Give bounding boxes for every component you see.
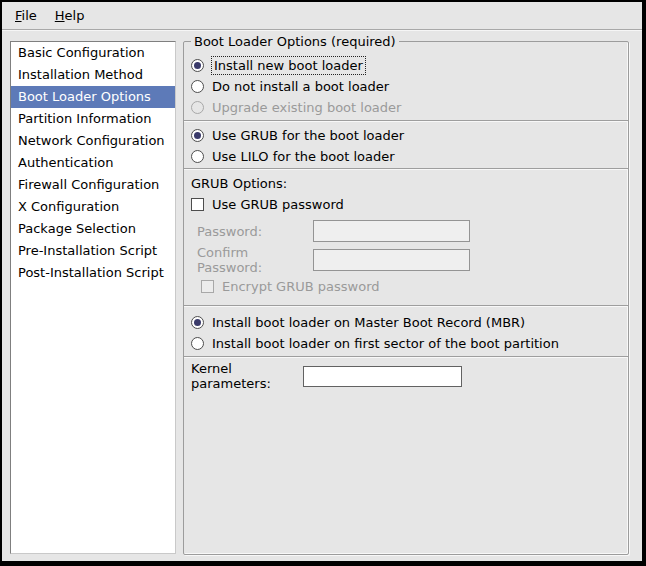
kernel-parameters-input[interactable] xyxy=(303,366,462,387)
checkbox-icon xyxy=(191,198,204,211)
radio-icon xyxy=(191,316,204,329)
radio-label: Install boot loader on first sector of t… xyxy=(212,336,559,351)
menu-item-file[interactable]: File xyxy=(6,3,46,28)
sidebar-item-boot-loader-options[interactable]: Boot Loader Options xyxy=(11,86,175,108)
frame-title: Boot Loader Options (required) xyxy=(191,34,399,49)
radio-use-grub[interactable]: Use GRUB for the boot loader xyxy=(191,125,618,145)
sidebar-item-package-selection[interactable]: Package Selection xyxy=(11,218,175,240)
separator xyxy=(184,120,628,122)
radio-icon xyxy=(191,129,204,142)
confirm-password-row: Confirm Password: xyxy=(191,248,618,272)
radio-use-lilo[interactable]: Use LILO for the boot loader xyxy=(191,146,618,166)
confirm-password-label: Confirm Password: xyxy=(197,245,313,275)
sidebar-item-authentication[interactable]: Authentication xyxy=(11,152,175,174)
checkbox-label: Use GRUB password xyxy=(212,197,344,212)
kickstart-configurator-window: File Help Basic Configuration Installati… xyxy=(0,0,646,566)
kernel-parameters-row: Kernel parameters: xyxy=(191,365,618,387)
radio-label: Use LILO for the boot loader xyxy=(212,149,395,164)
separator xyxy=(184,168,628,170)
separator xyxy=(184,305,628,307)
radio-icon xyxy=(191,150,204,163)
sidebar-item-x-configuration[interactable]: X Configuration xyxy=(11,196,175,218)
boot-loader-options-frame: Boot Loader Options (required) Install n… xyxy=(183,34,629,555)
content-area: Basic Configuration Installation Method … xyxy=(2,31,642,561)
radio-upgrade-existing-boot-loader: Upgrade existing boot loader xyxy=(191,97,618,117)
separator xyxy=(184,356,628,358)
radio-install-new-boot-loader[interactable]: Install new boot loader xyxy=(191,55,618,75)
sidebar-list: Basic Configuration Installation Method … xyxy=(10,41,176,554)
menu-bar: File Help xyxy=(2,2,642,30)
radio-icon xyxy=(191,80,204,93)
sidebar-item-firewall-configuration[interactable]: Firewall Configuration xyxy=(11,174,175,196)
radio-label: Upgrade existing boot loader xyxy=(212,100,401,115)
sidebar-item-post-installation-script[interactable]: Post-Installation Script xyxy=(11,262,175,284)
sidebar-item-partition-information[interactable]: Partition Information xyxy=(11,108,175,130)
password-input[interactable] xyxy=(313,220,470,242)
password-label: Password: xyxy=(197,224,313,239)
sidebar-item-pre-installation-script[interactable]: Pre-Installation Script xyxy=(11,240,175,262)
confirm-password-input[interactable] xyxy=(313,249,470,271)
checkbox-label: Encrypt GRUB password xyxy=(222,279,380,294)
radio-label: Do not install a boot loader xyxy=(212,79,389,94)
password-row: Password: xyxy=(191,219,618,243)
radio-icon xyxy=(191,101,204,114)
radio-install-on-first-sector[interactable]: Install boot loader on first sector of t… xyxy=(191,333,618,353)
radio-label: Install new boot loader xyxy=(212,57,365,74)
checkbox-use-grub-password[interactable]: Use GRUB password xyxy=(191,194,618,214)
grub-options-label: GRUB Options: xyxy=(191,174,618,194)
radio-icon xyxy=(191,337,204,350)
radio-install-on-mbr[interactable]: Install boot loader on Master Boot Recor… xyxy=(191,312,618,332)
radio-do-not-install-boot-loader[interactable]: Do not install a boot loader xyxy=(191,76,618,96)
checkbox-icon xyxy=(201,280,214,293)
kernel-parameters-label: Kernel parameters: xyxy=(191,361,303,391)
radio-label: Use GRUB for the boot loader xyxy=(212,128,404,143)
sidebar-item-installation-method[interactable]: Installation Method xyxy=(11,64,175,86)
radio-icon xyxy=(191,59,204,72)
radio-label: Install boot loader on Master Boot Recor… xyxy=(212,315,525,330)
sidebar-item-network-configuration[interactable]: Network Configuration xyxy=(11,130,175,152)
sidebar-item-basic-configuration[interactable]: Basic Configuration xyxy=(11,42,175,64)
checkbox-encrypt-grub-password: Encrypt GRUB password xyxy=(201,276,618,296)
menu-item-help[interactable]: Help xyxy=(46,3,94,28)
